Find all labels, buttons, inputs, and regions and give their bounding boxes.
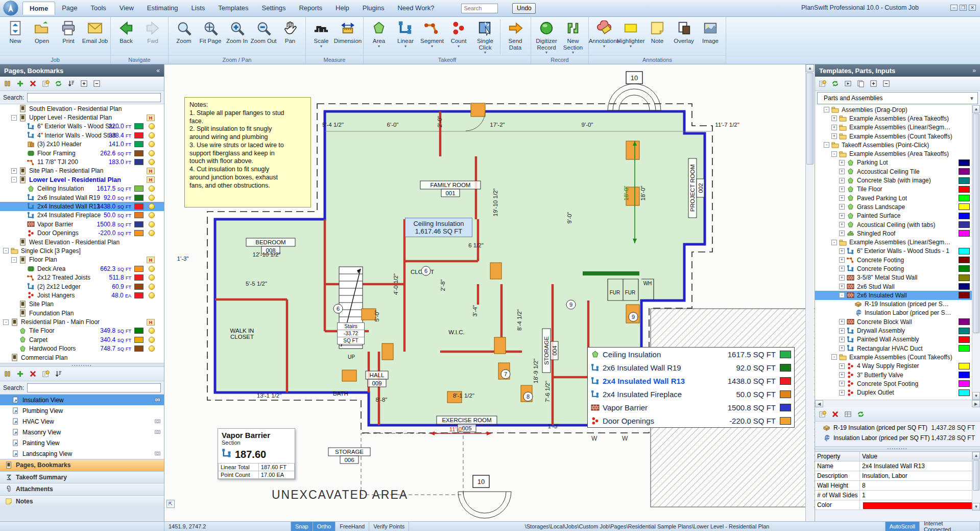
takeoff-item--3-2x10-header[interactable]: (3) 2x10 Header141.0 FT — [0, 140, 164, 149]
pages-search-input[interactable] — [27, 93, 161, 102]
visibility-bulb-icon[interactable] — [149, 230, 155, 236]
scroll-up-icon[interactable]: ▲ — [972, 105, 980, 113]
scroll-left-icon[interactable]: ◀ — [815, 400, 823, 407]
collapse-icon[interactable]: - — [831, 354, 837, 360]
prop-button[interactable] — [818, 410, 827, 419]
visibility-bulb-icon[interactable] — [149, 266, 155, 272]
template-item-parking-lot[interactable]: +Parking Lot — [815, 158, 980, 167]
sort-button[interactable] — [67, 79, 76, 88]
send-data-button[interactable]: Send Data — [502, 18, 529, 51]
template-item-4-way-supply-register[interactable]: +4 Way Supply Register — [815, 362, 980, 371]
page-item-single-click-3-pages-[interactable]: -Single Click [3 Pages] — [0, 246, 164, 255]
template-item-3-butterfly-valve[interactable]: +3" Butterfly Valve — [815, 371, 980, 379]
door-marker[interactable] — [342, 370, 356, 381]
expand-canvas-icon[interactable]: ⇱ — [166, 500, 175, 508]
templates-tree-scrollbar[interactable]: ▲ ▼ — [972, 105, 980, 400]
expand-icon[interactable]: + — [839, 337, 845, 342]
menu-tab-templates[interactable]: Templates — [211, 2, 255, 15]
find-button[interactable] — [3, 370, 12, 378]
visibility-bulb-icon[interactable] — [149, 203, 155, 210]
search-input[interactable] — [461, 4, 498, 13]
toggle-verify-points[interactable]: Verify Points — [369, 522, 409, 531]
new-button[interactable]: New — [2, 18, 29, 44]
property-row-color[interactable]: Color — [815, 500, 980, 510]
plan-notes-annotation[interactable]: Notes:1. Staple all paper flanges to stu… — [184, 97, 311, 207]
page-item-west-elevation-residential-plan[interactable]: West Elevation - Residential Plan — [0, 238, 164, 246]
del-button[interactable] — [29, 370, 37, 378]
refresh-button[interactable] — [831, 79, 840, 88]
scale-button[interactable]: Scale▼ — [308, 18, 334, 48]
template-item-accoustical-ceiling-tile[interactable]: +Accoustical Ceiling Tile — [815, 167, 980, 176]
visibility-bulb-icon[interactable] — [149, 123, 155, 129]
menu-tab-help[interactable]: Help — [329, 2, 356, 15]
view-item-painting-view[interactable]: Painting View — [0, 437, 164, 448]
linear-button[interactable]: Linear▼ — [392, 18, 419, 48]
splitter-handle[interactable]: ••••••••• — [0, 363, 164, 367]
pan-button[interactable]: Pan — [277, 18, 303, 44]
refresh-button[interactable] — [856, 410, 865, 419]
templates-tree-hscrollbar[interactable]: ◀▶ — [815, 400, 980, 407]
expand-icon[interactable]: + — [839, 160, 845, 166]
template-item-concrete-footing[interactable]: +Concrete Footing — [815, 256, 980, 264]
expand-icon[interactable]: + — [839, 213, 845, 219]
takeoff-item-ceiling-insulation[interactable]: Ceiling Insulation1617.5 SQ FT — [0, 184, 164, 193]
view-item-insulation-view[interactable]: Insulation View — [0, 395, 164, 405]
copy-button[interactable] — [856, 79, 865, 88]
properties-scrollbar[interactable]: ▲▼ — [972, 452, 980, 511]
expand-icon[interactable]: + — [839, 266, 845, 271]
takeoff-item-tile-floor[interactable]: Tile Floor349.8 SQ FT — [0, 327, 164, 335]
visibility-bulb-icon[interactable] — [149, 212, 155, 218]
maximize-button[interactable]: ❐ — [960, 5, 967, 11]
single-click-button[interactable]: Single Click▼ — [472, 18, 498, 55]
takeoff-item-floor-framing[interactable]: Floor Framing262.6 SQ FT — [0, 149, 164, 157]
property-row-description[interactable]: DescriptionInsulation, Labor — [815, 471, 980, 481]
template-item-2x6-insulated-wall[interactable]: -2x6 Insulated Wall — [815, 291, 980, 299]
collapse-icon[interactable]: - — [831, 240, 837, 245]
template-item-painted-surface[interactable]: +Painted Surface — [815, 212, 980, 220]
template-item-example-assemblies-area-takeoffs-[interactable]: -Example Assemblies (Area Takeoffs) — [815, 149, 980, 158]
collapse-icon[interactable]: - — [824, 107, 829, 112]
close-button[interactable]: ✕ — [969, 5, 976, 11]
tab-pages-bookmarks[interactable]: Pages, Bookmarks — [0, 459, 164, 471]
highlighter-button[interactable]: Highlighter▼ — [617, 18, 644, 48]
legend-row-vapor-barrier[interactable]: Vapor Barrier1500.8 SQ FT — [588, 401, 794, 414]
refresh-button[interactable] — [54, 79, 63, 88]
collapse-icon[interactable]: - — [11, 257, 17, 263]
expand-icon[interactable]: + — [839, 257, 845, 263]
takeoff-item-carpet[interactable]: Carpet340.4 SQ FT — [0, 335, 164, 344]
template-item-concrete-block-wall[interactable]: +Concrete Block Wall — [815, 317, 980, 326]
template-item-shingled-roof[interactable]: +Shingled Roof — [815, 229, 980, 238]
visibility-bulb-icon[interactable] — [149, 274, 155, 281]
menu-tab-view[interactable]: View — [113, 2, 140, 15]
visibility-bulb-icon[interactable] — [149, 159, 155, 165]
template-item-takeoff-assemblies-point-click-[interactable]: -Takeoff Assemblies (Point-Click) — [815, 141, 980, 149]
email-job-button[interactable]: Email Job — [82, 18, 108, 44]
views-search-input[interactable] — [27, 383, 161, 393]
visibility-bulb-icon[interactable] — [149, 150, 155, 156]
minimize-button[interactable]: – — [950, 5, 958, 11]
menu-tab-lists[interactable]: Lists — [185, 2, 212, 15]
template-item-2x6-stud-wall[interactable]: +2x6 Stud Wall — [815, 282, 980, 291]
expand-icon[interactable]: + — [839, 381, 845, 386]
template-item-concrete-footing[interactable]: +Concrete Footing — [815, 264, 980, 273]
takeoff-item-vapor-barrier[interactable]: Vapor Barrier1500.8 SQ FT — [0, 220, 164, 228]
template-item-assemblies-drag-drop-[interactable]: -Assemblies (Drag-Drop) — [815, 105, 980, 114]
template-item-acoustical-ceiling-with-tabs-[interactable]: +Acoustical Ceiling (with tabs) — [815, 220, 980, 229]
prop-button[interactable] — [41, 370, 50, 378]
overlay-button[interactable]: Overlay — [671, 18, 697, 44]
expand-icon[interactable]: + — [839, 204, 845, 210]
template-item-drywall-assembly[interactable]: +Drywall Assembly — [815, 326, 980, 335]
page-item-residential-plan-main-floor[interactable]: -Residential Plan - Main FloorH — [0, 317, 164, 326]
menu-tab-estimating[interactable]: Estimating — [140, 2, 185, 15]
add-button[interactable] — [16, 79, 25, 88]
expand-icon[interactable]: + — [839, 169, 845, 174]
property-row-name[interactable]: Name2x4 Insulated Wall R13 — [815, 461, 980, 471]
prop-button[interactable] — [818, 79, 827, 88]
splitter-handle[interactable]: ••••••••• — [815, 446, 980, 450]
page-item-site-plan-residential-plan[interactable]: +Site Plan - Residential PlanH — [0, 167, 164, 175]
door-marker[interactable] — [382, 343, 393, 360]
menu-tab-reports[interactable]: Reports — [292, 2, 329, 15]
plan-canvas[interactable]: FAMILY ROOM001PROJECT ROOM002BEDROOM008C… — [164, 64, 815, 521]
visibility-bulb-icon[interactable] — [149, 141, 155, 147]
template-item-insulation-labor-priced-per-sq-f[interactable]: Insulation Labor (priced per SQ F — [815, 309, 980, 317]
